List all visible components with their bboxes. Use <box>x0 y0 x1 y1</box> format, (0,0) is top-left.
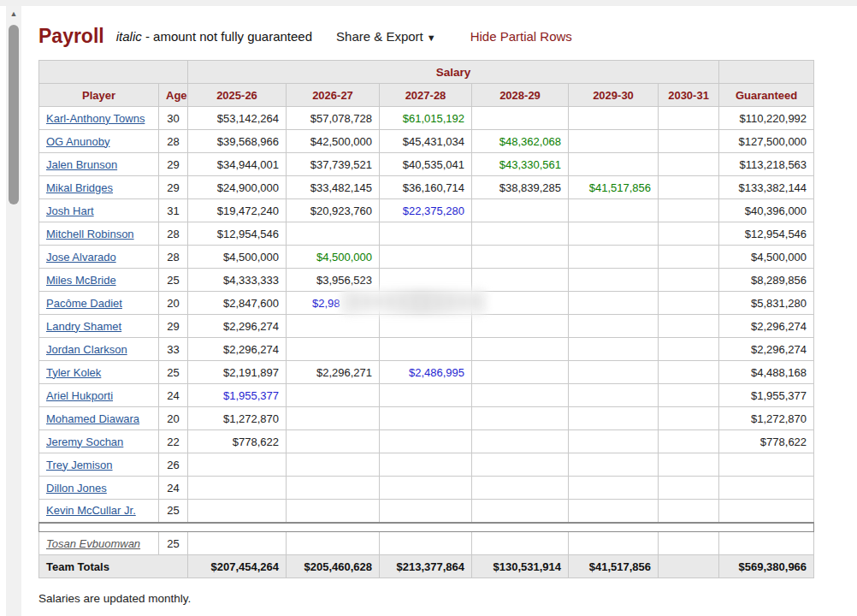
salary-cell <box>659 130 719 153</box>
salary-cell <box>188 477 287 500</box>
top-edge-strip <box>0 0 857 6</box>
player-link[interactable]: Mikal Bridges <box>46 181 113 194</box>
salary-cell: $22,375,280 <box>380 199 472 222</box>
salary-cell <box>659 453 719 477</box>
salary-cell <box>569 430 659 453</box>
column-header-2025-26[interactable]: 2025-26 <box>188 84 287 107</box>
player-link[interactable]: Ariel Hukporti <box>46 389 113 402</box>
player-cell: Tyler Kolek <box>39 361 159 384</box>
salary-cell: $12,954,546 <box>188 222 287 246</box>
salary-cell <box>659 315 719 338</box>
column-header-2028-29[interactable]: 2028-29 <box>472 84 569 107</box>
salary-cell: $2,486,995 <box>380 361 472 384</box>
table-row: Miles McBride25$4,333,333$3,956,523$8,28… <box>39 269 814 292</box>
player-link[interactable]: OG Anunoby <box>46 135 109 148</box>
age-cell: 28 <box>159 246 188 269</box>
salary-cell: $53,142,264 <box>188 107 287 130</box>
age-cell: 28 <box>159 222 188 246</box>
table-row: Tyler Kolek25$2,191,897$2,296,271$2,486,… <box>39 361 814 384</box>
salary-cell <box>472 246 569 269</box>
salary-cell: $4,500,000 <box>287 246 380 269</box>
player-cell: Mohamed Diawara <box>39 407 159 430</box>
player-link[interactable]: Jordan Clarkson <box>46 343 127 356</box>
player-link[interactable]: Pacôme Dadiet <box>46 297 122 310</box>
salary-cell: $1,272,870 <box>188 407 287 430</box>
vertical-scrollbar[interactable]: ▲ <box>6 6 21 616</box>
salary-cell <box>287 384 380 407</box>
column-header-player[interactable]: Player <box>39 84 159 107</box>
guaranteed-cell: $127,500,000 <box>719 130 814 153</box>
player-link[interactable]: Mohamed Diawara <box>46 412 139 425</box>
player-link[interactable]: Tyler Kolek <box>46 366 101 379</box>
salary-cell <box>472 453 569 477</box>
age-cell: 25 <box>159 361 188 384</box>
age-cell: 25 <box>159 532 188 555</box>
guaranteed-cell <box>719 532 814 555</box>
salary-cell: $3,956,523 <box>287 269 380 292</box>
guaranteed-cell: $5,831,280 <box>719 292 814 315</box>
player-link[interactable]: Landry Shamet <box>46 320 121 333</box>
player-link[interactable]: Jeremy Sochan <box>46 435 123 448</box>
salary-cell <box>569 338 659 361</box>
table-row: Mitchell Robinson28$12,954,546$12,954,54… <box>39 222 814 246</box>
guaranteed-cell: $1,272,870 <box>719 407 814 430</box>
totals-cell: $41,517,856 <box>569 555 659 578</box>
column-header-2029-30[interactable]: 2029-30 <box>569 84 659 107</box>
column-header-2030-31[interactable]: 2030-31 <box>659 84 719 107</box>
player-link[interactable]: Trey Jemison <box>46 459 113 471</box>
player-link[interactable]: Miles McBride <box>46 274 116 287</box>
column-header-2026-27[interactable]: 2026-27 <box>287 84 380 107</box>
player-cell: Miles McBride <box>39 269 159 292</box>
salary-cell <box>380 430 472 453</box>
guaranteed-cell: $110,220,992 <box>719 107 814 130</box>
table-row: OG Anunoby28$39,568,966$42,500,000$45,43… <box>39 130 814 153</box>
salary-cell: $2,847,600 <box>188 292 287 315</box>
player-link[interactable]: Dillon Jones <box>46 482 107 495</box>
salary-cell <box>659 532 719 555</box>
salary-cell: $61,015,192 <box>380 107 472 130</box>
player-link[interactable]: Josh Hart <box>46 204 94 217</box>
age-cell: 29 <box>159 153 188 176</box>
player-cell: Karl-Anthony Towns <box>39 107 159 130</box>
salary-cell: $45,431,034 <box>380 130 472 153</box>
player-cell: Dillon Jones <box>39 477 159 500</box>
column-header-age[interactable]: Age <box>159 84 188 107</box>
page: ▲ Payroll italic - amount not fully guar… <box>0 0 857 616</box>
salary-cell: $2,191,897 <box>188 361 287 384</box>
salary-cell <box>659 222 719 246</box>
share-export-dropdown[interactable]: Share & Export▼ <box>336 29 436 44</box>
scroll-up-arrow-icon[interactable]: ▲ <box>6 6 21 21</box>
player-link[interactable]: Jose Alvarado <box>46 251 116 264</box>
hide-partial-rows-link[interactable]: Hide Partial Rows <box>470 29 572 44</box>
totals-label: Team Totals <box>39 555 188 578</box>
totals-cell: $207,454,264 <box>188 555 287 578</box>
salary-cell <box>287 315 380 338</box>
salary-cell <box>472 500 569 523</box>
salary-cell <box>287 338 380 361</box>
salary-cell: $43,330,561 <box>472 153 569 176</box>
column-header-guaranteed[interactable]: Guaranteed <box>719 84 814 107</box>
guaranteed-cell: $1,955,377 <box>719 384 814 407</box>
table-row: Trey Jemison26 <box>39 453 814 477</box>
player-link[interactable]: Jalen Brunson <box>46 158 117 171</box>
column-header-2027-28[interactable]: 2027-28 <box>380 84 472 107</box>
totals-cell: $205,460,628 <box>287 555 380 578</box>
legend-note: italic - amount not fully guaranteed <box>116 29 312 44</box>
player-cell: Mitchell Robinson <box>39 222 159 246</box>
salary-cell <box>380 500 472 523</box>
age-cell: 24 <box>159 384 188 407</box>
salary-cell <box>569 407 659 430</box>
player-link[interactable]: Tosan Evbuomwan <box>46 537 140 550</box>
main-content: Payroll italic - amount not fully guaran… <box>38 6 813 616</box>
salary-cell: $48,362,068 <box>472 130 569 153</box>
caret-down-icon: ▼ <box>427 33 436 43</box>
player-link[interactable]: Karl-Anthony Towns <box>46 112 145 125</box>
salary-cell: $42,500,000 <box>287 130 380 153</box>
salary-cell <box>287 532 380 555</box>
player-link[interactable]: Mitchell Robinson <box>46 228 134 240</box>
player-link[interactable]: Kevin McCullar Jr. <box>46 504 136 517</box>
player-cell: Josh Hart <box>39 199 159 222</box>
scrollbar-thumb[interactable] <box>9 25 19 204</box>
guaranteed-cell: $2,296,274 <box>719 338 814 361</box>
salary-cell: $24,900,000 <box>188 176 287 199</box>
